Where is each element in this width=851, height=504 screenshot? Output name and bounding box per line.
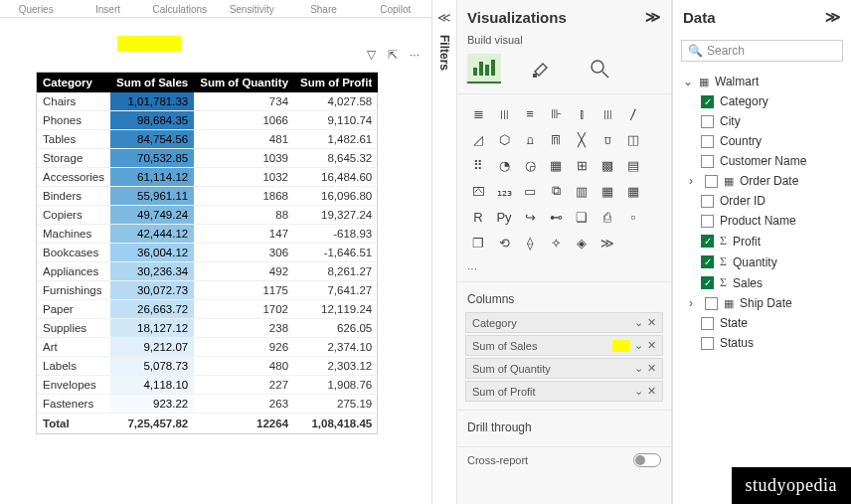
chevron-down-icon[interactable]: ⌄ [634, 385, 643, 398]
viz-qna[interactable]: ❏ [571, 206, 593, 228]
viz-clustered-column[interactable]: ⊪ [545, 102, 567, 124]
viz-100-bar[interactable]: ⫿ [571, 102, 593, 124]
table-node[interactable]: ⌄ ▦ Walmart [679, 72, 845, 91]
viz-funnel[interactable]: ◫ [622, 128, 644, 150]
viz-multi-card[interactable]: ▭ [519, 180, 541, 202]
field-checkbox[interactable] [701, 195, 714, 208]
viz-ribbon[interactable]: ╳ [571, 128, 593, 150]
collapse-icon[interactable]: ≫ [825, 8, 841, 26]
field-sales[interactable]: ✓ΣSales [679, 272, 845, 293]
viz-r-visual[interactable]: R [467, 206, 489, 228]
format-visual-tab[interactable] [525, 54, 559, 84]
viz-power-apps[interactable]: ❐ [467, 232, 489, 253]
field-checkbox[interactable]: ✓ [701, 255, 714, 268]
viz-stacked-bar[interactable]: ≣ [467, 102, 489, 124]
viz-donut[interactable]: ◶ [519, 154, 541, 176]
viz-py-visual[interactable]: Py [493, 206, 515, 228]
field-customer-name[interactable]: Customer Name [679, 151, 845, 171]
viz-pie[interactable]: ◔ [493, 154, 515, 176]
analytics-tab[interactable] [583, 54, 616, 84]
field-checkbox[interactable] [705, 175, 718, 188]
table-row[interactable]: Copiers49,749.248819,327.24 [37, 206, 378, 225]
field-checkbox[interactable]: ✓ [701, 235, 714, 248]
table-row[interactable]: Accessories61,114.12103216,484.60 [37, 168, 378, 187]
field-product-name[interactable]: Product Name [679, 211, 845, 231]
viz-map[interactable]: ⊞ [571, 154, 593, 176]
field-checkbox[interactable] [701, 215, 714, 228]
table-row[interactable]: Paper26,663.72170212,119.24 [37, 300, 378, 319]
field-well[interactable]: Sum of Quantity⌄✕ [465, 358, 663, 379]
viz-stacked-column[interactable]: ⫼ [493, 102, 515, 124]
viz-decomp[interactable]: ⊷ [545, 206, 567, 228]
viz-get-visuals[interactable]: ⟡ [545, 232, 567, 253]
field-checkbox[interactable] [701, 135, 714, 148]
table-row[interactable]: Chairs1,01,781.337344,027.58 [37, 92, 378, 111]
table-row[interactable]: Tables84,754.564811,482.61 [37, 130, 378, 149]
viz-matrix[interactable]: ▦ [622, 180, 644, 202]
collapse-icon[interactable]: ≪ [437, 10, 451, 25]
table-row[interactable]: Appliances30,236.344928,261.27 [37, 262, 378, 281]
more-options-icon[interactable]: ··· [410, 48, 420, 62]
viz-kpi[interactable]: ⧉ [545, 180, 567, 202]
filter-icon[interactable]: ▽ [367, 48, 376, 62]
viz-clustered-bar[interactable]: ≡ [519, 102, 541, 124]
field-order-id[interactable]: Order ID [679, 191, 845, 211]
field-category[interactable]: ✓Category [679, 91, 845, 111]
more-visuals-icon[interactable]: ··· [457, 261, 671, 275]
viz-goals[interactable]: ⟠ [519, 232, 541, 253]
table-row[interactable]: Furnishings30,072.7311757,641.27 [37, 281, 378, 300]
remove-icon[interactable]: ✕ [647, 385, 656, 398]
chevron-down-icon[interactable]: ⌄ [634, 362, 643, 375]
field-checkbox[interactable]: ✓ [701, 95, 714, 108]
viz-table[interactable]: ▦ [596, 180, 618, 202]
field-checkbox[interactable] [701, 337, 714, 350]
remove-icon[interactable]: ✕ [647, 339, 656, 352]
viz-scatter[interactable]: ⠿ [467, 154, 489, 176]
remove-icon[interactable]: ✕ [647, 316, 656, 329]
table-row[interactable]: Storage70,532.8510398,645.32 [37, 149, 378, 168]
table-row[interactable]: Bookcases36,004.12306-1,646.51 [37, 244, 378, 262]
focus-mode-icon[interactable]: ⇱ [388, 48, 398, 62]
table-row[interactable]: Art9,212.079262,374.10 [37, 338, 378, 357]
field-well[interactable]: Category⌄✕ [465, 312, 663, 333]
viz-100-column[interactable]: ⫼ [596, 102, 618, 124]
table-row[interactable]: Machines42,444.12147-618.93 [37, 225, 378, 244]
viz-card[interactable]: ₁₂₃ [493, 180, 515, 202]
viz-power-automate[interactable]: ⟲ [493, 232, 515, 253]
field-order-date[interactable]: ›▦Order Date [679, 171, 845, 191]
field-checkbox[interactable]: ✓ [701, 276, 714, 289]
field-well[interactable]: Sum of Sales⌄✕ [465, 335, 663, 356]
col-header[interactable]: Sum of Sales [110, 73, 194, 92]
viz-slicer[interactable]: ▥ [571, 180, 593, 202]
cross-report-toggle[interactable] [633, 453, 661, 467]
collapse-icon[interactable]: ≫ [645, 8, 661, 26]
viz-key-infl[interactable]: ↪ [519, 206, 541, 228]
viz-treemap[interactable]: ▦ [545, 154, 567, 176]
col-header[interactable]: Category [37, 73, 110, 92]
remove-icon[interactable]: ✕ [647, 362, 656, 375]
filters-pane-collapsed[interactable]: ≪ Filters [431, 0, 457, 504]
field-ship-date[interactable]: ›▦Ship Date [679, 293, 845, 313]
col-header[interactable]: Sum of Quantity [194, 73, 294, 92]
field-city[interactable]: City [679, 111, 845, 131]
build-visual-tab[interactable] [467, 54, 501, 84]
viz-paginated[interactable]: ▫ [622, 206, 644, 228]
chevron-down-icon[interactable]: ⌄ [634, 316, 643, 329]
table-row[interactable]: Fasteners923.22263275.19 [37, 395, 378, 414]
table-row[interactable]: Phones98,684.3510669,110.74 [37, 111, 378, 130]
viz-line-stacked[interactable]: ⩍ [519, 128, 541, 150]
table-row[interactable]: Labels5,078.734802,303.12 [37, 357, 378, 376]
field-profit[interactable]: ✓ΣProfit [679, 231, 845, 252]
field-checkbox[interactable] [701, 317, 714, 330]
field-status[interactable]: Status [679, 333, 845, 353]
viz-stacked-area[interactable]: ⬡ [493, 128, 515, 150]
table-row[interactable]: Supplies18,127.12238626.05 [37, 319, 378, 338]
viz-area[interactable]: ◿ [467, 128, 489, 150]
field-checkbox[interactable] [701, 115, 714, 128]
viz-waterfall[interactable]: ⩌ [596, 128, 618, 150]
field-state[interactable]: State [679, 313, 845, 333]
search-input[interactable]: 🔍 Search [681, 40, 843, 62]
field-checkbox[interactable] [701, 155, 714, 168]
report-canvas[interactable]: QueriesInsertCalculations SensitivitySha… [0, 0, 431, 504]
viz-line[interactable]: 〳 [622, 102, 644, 124]
